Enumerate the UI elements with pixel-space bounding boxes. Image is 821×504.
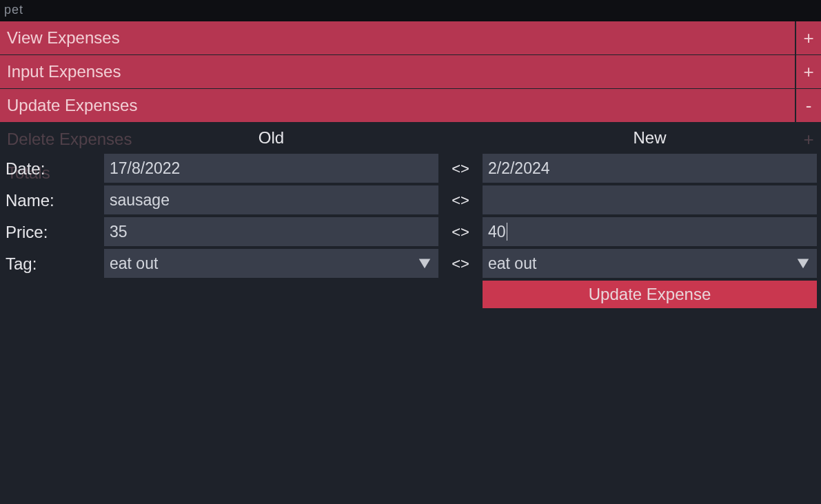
row-date: Date: <> xyxy=(4,154,817,184)
new-tag-select[interactable]: eat out xyxy=(483,249,817,278)
separator-icon: <> xyxy=(438,185,483,216)
chevron-down-icon xyxy=(411,249,438,278)
nav-label[interactable]: Update Expenses xyxy=(0,89,795,122)
old-price-input[interactable] xyxy=(104,217,438,246)
label-name: Name: xyxy=(4,185,104,216)
collapse-icon[interactable]: - xyxy=(796,89,821,122)
header-old: Old xyxy=(104,128,438,148)
old-date-input[interactable] xyxy=(104,154,438,183)
nav-view-expenses[interactable]: View Expenses + xyxy=(0,21,821,54)
nav-label[interactable]: Input Expenses xyxy=(0,55,795,88)
new-tag-value: eat out xyxy=(483,254,789,273)
expand-icon[interactable]: + xyxy=(796,55,821,88)
nav-label[interactable]: View Expenses xyxy=(0,21,795,54)
new-name-input[interactable] xyxy=(483,185,817,214)
column-headers: Old New xyxy=(4,122,817,154)
label-price: Price: xyxy=(4,217,104,248)
row-price: Price: <> 40 xyxy=(4,217,817,248)
update-form: Old New Date: <> Name: <> Price: <> 40 xyxy=(0,122,821,504)
header-new: New xyxy=(483,128,817,148)
old-tag-select[interactable]: eat out xyxy=(104,249,438,278)
old-tag-value: eat out xyxy=(104,254,411,273)
label-tag: Tag: xyxy=(4,249,104,279)
svg-marker-0 xyxy=(419,259,431,269)
new-price-value: 40 xyxy=(488,223,506,241)
old-name-input[interactable] xyxy=(104,185,438,214)
nav-input-expenses[interactable]: Input Expenses + xyxy=(0,55,821,88)
label-date: Date: xyxy=(4,154,104,184)
window-titlebar: pet xyxy=(0,0,821,21)
separator-icon: <> xyxy=(438,249,483,279)
new-price-input[interactable]: 40 xyxy=(483,217,817,246)
window-title: pet xyxy=(4,3,23,17)
app-window: pet View Expenses + Input Expenses + Upd… xyxy=(0,0,821,504)
update-expense-button[interactable]: Update Expense xyxy=(483,281,817,308)
button-row: Update Expense xyxy=(4,281,817,310)
row-name: Name: <> xyxy=(4,185,817,216)
text-caret-icon xyxy=(507,223,507,241)
expand-icon[interactable]: + xyxy=(796,21,821,54)
row-tag: Tag: eat out <> eat out xyxy=(4,249,817,279)
separator-icon: <> xyxy=(438,217,483,248)
new-date-input[interactable] xyxy=(483,154,817,183)
separator-icon: <> xyxy=(438,154,483,184)
nav-update-expenses[interactable]: Update Expenses - xyxy=(0,89,821,122)
svg-marker-1 xyxy=(798,259,809,269)
chevron-down-icon xyxy=(789,249,817,278)
nav-panel: View Expenses + Input Expenses + Update … xyxy=(0,21,821,122)
